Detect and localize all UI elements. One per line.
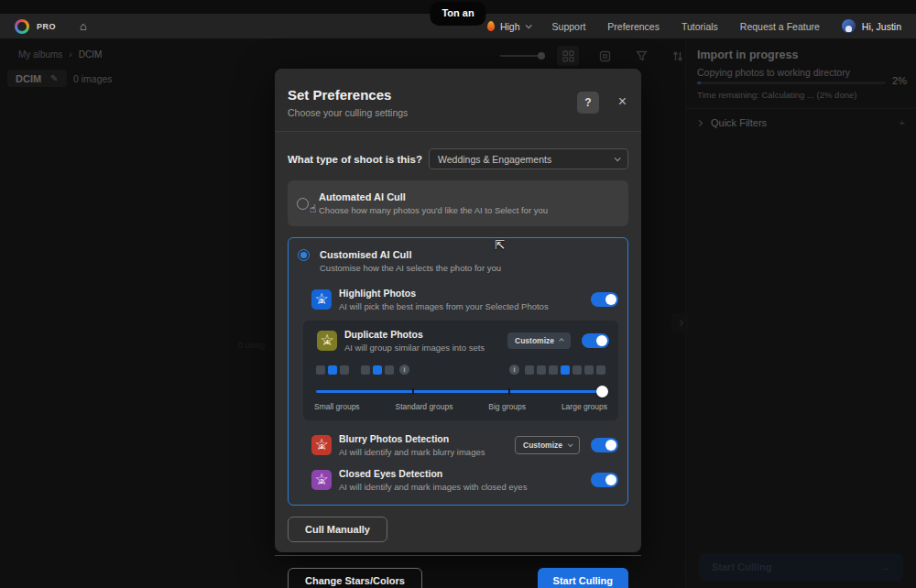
slider-tick xyxy=(412,388,414,395)
shoot-type-value: Weddings & Engagements xyxy=(438,154,551,165)
highlight-photos-description: AI will pick the best images from your S… xyxy=(339,301,583,311)
customised-cull-title: Customised AI Cull xyxy=(320,249,501,260)
flame-icon xyxy=(487,21,495,31)
slider-track[interactable] xyxy=(316,390,605,393)
shoot-type-select[interactable]: Weddings & Engagements xyxy=(429,148,628,169)
slider-label-small[interactable]: Small groups xyxy=(314,402,360,411)
automated-cull-radio[interactable] xyxy=(297,198,309,210)
group-size-labels: Small groups Standard groups Big groups … xyxy=(314,402,607,411)
modal-header: Set Preferences Choose your culling sett… xyxy=(275,69,641,132)
app-window: Ton an PRO ⌂ High Support Preferences Tu… xyxy=(0,0,916,588)
pro-badge: PRO xyxy=(37,22,56,31)
customised-cull-radio[interactable] xyxy=(298,249,310,261)
set-preferences-modal: Set Preferences Choose your culling sett… xyxy=(275,69,641,552)
blurry-photos-row: ☆3 Blurry Photos Detection AI will ident… xyxy=(311,433,618,457)
large-group-example: i xyxy=(507,365,605,375)
highlight-photos-toggle[interactable] xyxy=(591,292,618,307)
group-size-slider[interactable] xyxy=(316,386,605,397)
closed-eyes-toggle[interactable] xyxy=(591,473,618,487)
home-icon[interactable]: ⌂ xyxy=(80,20,87,32)
small-group-example: i xyxy=(316,365,412,375)
arrow-cursor-icon: ⇱ xyxy=(495,238,505,252)
duplicate-photos-toggle[interactable] xyxy=(582,333,609,348)
shoot-type-row: What type of shoot is this? Weddings & E… xyxy=(288,148,628,169)
duplicate-photos-description: AI will group similar images into sets xyxy=(344,343,500,353)
tab-audio-tooltip: Ton an xyxy=(430,2,485,26)
duplicate-photos-title: Duplicate Photos xyxy=(344,329,500,340)
ai-priority-menu[interactable]: High xyxy=(487,21,530,32)
duplicate-star-icon: ☆4 xyxy=(317,331,337,351)
group-size-examples: i i xyxy=(312,365,609,375)
chevron-down-icon xyxy=(568,441,573,447)
aftershoot-logo-icon[interactable] xyxy=(15,19,29,34)
closed-eyes-row: ☆2 Closed Eyes Detection AI will identif… xyxy=(311,468,618,492)
help-button[interactable]: ? xyxy=(577,92,599,114)
user-menu[interactable]: Hi, Justin xyxy=(842,19,901,33)
user-greeting: Hi, Justin xyxy=(862,21,901,32)
highlight-photos-row: ☆5 Highlight Photos AI will pick the bes… xyxy=(311,288,618,311)
closed-eyes-title: Closed Eyes Detection xyxy=(339,468,583,479)
start-culling-button[interactable]: Start Culling xyxy=(538,568,628,588)
chevron-down-icon xyxy=(525,22,531,28)
shoot-type-label: What type of shoot is this? xyxy=(288,154,422,165)
closed-eyes-star-icon: ☆2 xyxy=(311,470,332,490)
blurry-photos-description: AI will identify and mark blurry images xyxy=(339,447,507,457)
slider-tick xyxy=(508,388,510,395)
cull-manually-button[interactable]: Cull Manually xyxy=(288,517,387,542)
automated-cull-option[interactable]: Automated AI Cull Choose how many photos… xyxy=(288,180,628,226)
blurry-star-icon: ☆3 xyxy=(311,435,332,455)
highlight-photos-title: Highlight Photos xyxy=(339,288,583,299)
blurry-photos-toggle[interactable] xyxy=(591,438,618,452)
modal-footer: Change Stars/Colors Start Culling xyxy=(275,555,641,588)
chevron-up-icon xyxy=(559,338,564,343)
highlight-star-icon: ☆5 xyxy=(311,289,332,310)
info-icon[interactable]: i xyxy=(399,365,409,375)
duplicate-photos-row: ☆4 Duplicate Photos AI will group simila… xyxy=(317,329,609,353)
duplicate-customize-button[interactable]: Customize xyxy=(507,332,571,349)
close-icon[interactable]: × xyxy=(618,94,627,109)
slider-label-big[interactable]: Big groups xyxy=(488,402,526,411)
nav-preferences[interactable]: Preferences xyxy=(607,21,660,32)
ai-priority-label: High xyxy=(500,21,520,32)
slider-label-large[interactable]: Large groups xyxy=(562,402,607,411)
automated-cull-description: Choose how many photos you'd like the AI… xyxy=(319,205,548,215)
nav-support[interactable]: Support xyxy=(552,21,586,32)
slider-thumb[interactable] xyxy=(596,386,608,397)
chevron-down-icon xyxy=(615,155,621,161)
slider-label-standard[interactable]: Standard groups xyxy=(396,402,453,411)
info-icon[interactable]: i xyxy=(509,365,519,375)
automated-cull-title: Automated AI Cull xyxy=(319,191,548,202)
avatar xyxy=(842,19,856,33)
duplicate-photos-panel: ☆4 Duplicate Photos AI will group simila… xyxy=(303,321,618,420)
nav-request-feature[interactable]: Request a Feature xyxy=(740,21,820,32)
blurry-customize-button[interactable]: Customize xyxy=(515,436,580,454)
blurry-photos-title: Blurry Photos Detection xyxy=(339,433,507,444)
closed-eyes-description: AI will identify and mark images with cl… xyxy=(339,482,583,492)
pointer-cursor-icon: ☝ xyxy=(310,202,316,215)
change-stars-colors-button[interactable]: Change Stars/Colors xyxy=(288,568,422,588)
customised-cull-option[interactable]: ⇱ Customised AI Cull Customise how the A… xyxy=(288,237,628,506)
customised-cull-description: Customise how the AI selects the photo f… xyxy=(320,263,501,273)
nav-tutorials[interactable]: Tutorials xyxy=(682,21,718,32)
